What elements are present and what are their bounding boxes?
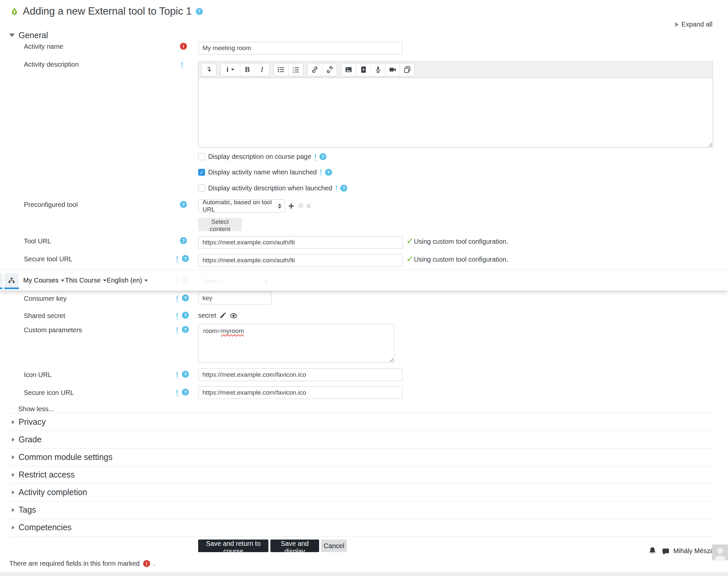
help-icon[interactable]: ?: [182, 255, 189, 262]
warning-icon[interactable]: !: [176, 371, 178, 379]
section-activity-completion-header[interactable]: Activity completion: [12, 487, 87, 497]
messages-icon[interactable]: [661, 548, 670, 556]
activity-name-label: Activity name: [24, 43, 63, 50]
warning-icon[interactable]: !: [335, 184, 338, 192]
help-icon[interactable]: ?: [182, 371, 189, 378]
bold-button[interactable]: B: [240, 63, 254, 76]
warning-icon[interactable]: !: [176, 255, 178, 263]
unlink-icon: [326, 66, 334, 74]
warning-icon[interactable]: !: [181, 61, 183, 69]
help-icon[interactable]: ?: [182, 294, 189, 301]
help-icon[interactable]: ?: [325, 169, 332, 176]
notifications-bell-icon[interactable]: [648, 546, 657, 555]
icon-url-input[interactable]: [198, 368, 403, 381]
help-icon[interactable]: ?: [320, 153, 326, 160]
section-title: Tags: [19, 505, 36, 515]
help-icon[interactable]: ?: [182, 326, 189, 333]
chevron-down-icon: [103, 280, 107, 282]
icon-url-label: Icon URL: [24, 371, 51, 379]
chevron-down-icon: [61, 280, 64, 282]
nav-tab-dashboard[interactable]: [4, 273, 19, 289]
secure-tool-url-input[interactable]: [198, 254, 403, 267]
secure-tool-url-label: Secure tool URL: [24, 255, 72, 263]
secure-icon-url-input[interactable]: [198, 386, 403, 399]
preconfigured-tool-select[interactable]: Automatic, based on tool URL: [198, 199, 285, 212]
italic-button[interactable]: I: [254, 63, 269, 76]
display-activity-description-checkbox[interactable]: [198, 185, 205, 192]
help-icon[interactable]: ?: [180, 237, 187, 244]
toolbar-group-lists: 123: [273, 63, 303, 76]
collapse-arrow-icon: [9, 33, 14, 37]
eye-icon[interactable]: [230, 312, 238, 319]
help-icon[interactable]: ?: [180, 201, 187, 208]
cancel-button[interactable]: Cancel: [321, 540, 347, 552]
help-icon[interactable]: ?: [340, 185, 347, 192]
expand-arrow-icon: [12, 508, 14, 512]
paragraph-styles-button[interactable]: i: [221, 63, 240, 76]
preconfigured-tool-value: Automatic, based on tool URL: [203, 199, 278, 213]
section-restrict-access-header[interactable]: Restrict access: [12, 470, 74, 480]
section-tags-header[interactable]: Tags: [12, 505, 36, 515]
section-grade-header[interactable]: Grade: [12, 435, 41, 444]
nav-my-courses[interactable]: My Courses: [23, 277, 64, 284]
section-general-title: General: [19, 30, 48, 40]
collapse-arrow-down-icon: [205, 66, 213, 74]
collapse-toolbar-button[interactable]: [202, 63, 216, 76]
warning-icon[interactable]: !: [176, 312, 178, 320]
section-competencies-header[interactable]: Competencies: [12, 523, 71, 532]
show-less-link[interactable]: Show less...: [18, 405, 54, 413]
link-icon: [311, 66, 319, 74]
warning-icon[interactable]: !: [320, 169, 322, 176]
toolbar-group-collapse: [201, 63, 216, 76]
tool-url-input[interactable]: [198, 236, 403, 249]
divider: [10, 430, 716, 431]
section-title: Activity completion: [19, 487, 87, 497]
activity-name-input[interactable]: [198, 42, 403, 54]
toolbar-group-styles: i B I: [220, 63, 269, 76]
unlink-button[interactable]: [322, 63, 337, 76]
editor-content-area[interactable]: [198, 78, 713, 148]
resize-grip-icon[interactable]: [707, 142, 712, 147]
secure-tool-url-status: Using custom tool configuration.: [414, 256, 508, 263]
svg-text:3: 3: [293, 71, 294, 74]
section-common-module-settings-header[interactable]: Common module settings: [12, 452, 112, 462]
toolbar-group-media: [341, 63, 415, 76]
select-content-button[interactable]: Select content: [198, 218, 242, 231]
save-and-display-button[interactable]: Save and display: [270, 540, 319, 552]
resize-grip-icon[interactable]: [388, 357, 393, 362]
warning-icon[interactable]: !: [314, 153, 316, 161]
link-button[interactable]: [307, 63, 322, 76]
expand-all-label: Expand all: [681, 21, 712, 28]
display-description-checkbox[interactable]: [198, 153, 205, 160]
warning-icon[interactable]: !: [176, 326, 178, 334]
insert-image-button[interactable]: [341, 63, 356, 76]
edit-pencil-icon[interactable]: [219, 312, 226, 319]
expand-all-arrow-icon: [675, 22, 679, 27]
video-camera-icon: [389, 66, 397, 74]
custom-parameters-textarea[interactable]: room=myroom: [198, 324, 394, 363]
toolbar-group-links: [307, 63, 337, 76]
display-activity-name-checkbox[interactable]: ✓: [198, 169, 205, 176]
warning-icon[interactable]: !: [176, 295, 178, 303]
help-icon[interactable]: ?: [182, 388, 189, 396]
record-video-button[interactable]: [385, 63, 400, 76]
insert-media-button[interactable]: [356, 63, 370, 76]
save-and-return-button[interactable]: Save and return to course: [198, 540, 268, 552]
title-help-icon[interactable]: ?: [196, 8, 203, 15]
avatar[interactable]: [712, 545, 728, 560]
record-audio-button[interactable]: [370, 63, 385, 76]
nav-language[interactable]: English (en): [107, 277, 148, 284]
add-tool-icon[interactable]: +: [288, 199, 294, 212]
expand-all-link[interactable]: Expand all: [675, 21, 712, 28]
unordered-list-button[interactable]: [274, 63, 288, 76]
consumer-key-input[interactable]: [198, 292, 272, 305]
warning-icon[interactable]: !: [176, 389, 178, 397]
divider: [10, 501, 716, 501]
nav-this-course[interactable]: This Course: [65, 277, 107, 284]
ordered-list-button[interactable]: 123: [288, 63, 303, 76]
section-privacy-header[interactable]: Privacy: [12, 417, 46, 427]
section-general-header[interactable]: General: [9, 30, 48, 40]
help-icon[interactable]: ?: [182, 312, 189, 319]
required-note-text: There are required fields in this form m…: [9, 560, 140, 567]
manage-files-button[interactable]: [400, 63, 414, 76]
